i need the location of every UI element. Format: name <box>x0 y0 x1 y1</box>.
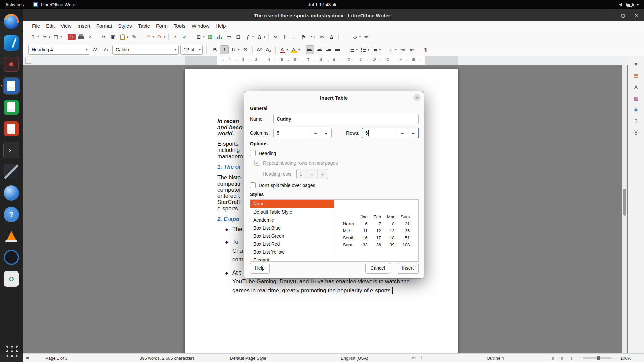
font-color-button[interactable]: A <box>278 45 287 54</box>
highlight-color-button[interactable]: A <box>289 45 298 54</box>
print-button[interactable] <box>76 33 85 41</box>
insert-mode-icon[interactable]: I <box>421 356 422 360</box>
menu-tools[interactable]: Tools <box>171 21 189 31</box>
redo-button-dropdown[interactable]: ▾ <box>164 35 166 39</box>
unordered-list-button-dropdown[interactable]: ▾ <box>356 48 358 51</box>
text-language[interactable]: English (USA) <box>341 356 368 361</box>
word-count[interactable]: 395 words, 2,685 characters <box>140 356 195 361</box>
justify-button[interactable] <box>334 45 342 54</box>
menu-window[interactable]: Window <box>189 21 212 31</box>
font-color-button-dropdown[interactable]: ▾ <box>287 48 288 51</box>
style-option-academic[interactable]: Academic <box>250 216 334 224</box>
dock-item-media-app[interactable] <box>3 163 20 180</box>
increase-indent-button[interactable]: ⇥ <box>398 45 407 54</box>
sidebar-settings-icon[interactable]: ≡ <box>631 59 641 69</box>
zoom-level[interactable]: 100% <box>620 356 631 361</box>
ordered-list-button-dropdown[interactable]: ▾ <box>368 48 369 51</box>
paragraph-style-dropdown-icon[interactable]: ▾ <box>84 48 90 51</box>
undo-button-dropdown[interactable]: ▾ <box>152 35 154 39</box>
copy-button[interactable]: ▣ <box>109 33 118 41</box>
undo-button[interactable]: ↶ <box>144 33 152 41</box>
line-spacing-button-dropdown[interactable]: ▾ <box>395 48 397 51</box>
insert-bookmark-button[interactable]: ⚑ <box>299 33 308 41</box>
style-option-none[interactable]: None <box>250 200 334 208</box>
zoom-slider[interactable] <box>583 358 612 359</box>
show-applications-button[interactable] <box>4 343 19 358</box>
font-size-select[interactable]: 12 pt ▾ <box>180 45 203 55</box>
insert-chart-button[interactable] <box>215 33 224 41</box>
dialog-header[interactable]: Insert Table ✕ <box>244 91 424 104</box>
dont-split-checkbox[interactable] <box>250 182 256 188</box>
insert-image-button[interactable]: ▦ <box>206 33 215 41</box>
paste-button-dropdown[interactable]: ▾ <box>127 35 129 39</box>
table-name-input[interactable]: Cuddy <box>273 114 419 124</box>
book-view-icon[interactable]: ◫ <box>570 356 573 360</box>
highlight-color-button-dropdown[interactable]: ▾ <box>298 48 300 51</box>
menu-styles[interactable]: Styles <box>115 21 135 31</box>
columns-spinner[interactable]: 5 − + <box>273 128 332 138</box>
activities-button[interactable]: Activities <box>5 2 24 7</box>
multi-page-view-icon[interactable]: ▯▯ <box>559 356 563 360</box>
style-option-default-table-style[interactable]: Default Table Style <box>250 208 334 216</box>
unordered-list-button[interactable] <box>347 45 356 54</box>
minimize-button[interactable]: – <box>605 11 614 20</box>
cut-button[interactable]: ✂ <box>100 33 108 41</box>
style-option-box-list-blue[interactable]: Box List Blue <box>250 224 334 232</box>
horizontal-ruler[interactable]: L 123456789101112131415 <box>0 56 644 65</box>
paste-button[interactable] <box>118 33 127 41</box>
print-preview-button[interactable]: ⌕ <box>86 33 95 41</box>
insert-field-button-dropdown[interactable]: ▾ <box>252 35 254 39</box>
rows-decrement-button[interactable]: − <box>397 128 408 138</box>
formatting-marks-button[interactable]: ¶ <box>421 45 430 54</box>
page-icon[interactable]: ▯ <box>631 116 641 126</box>
underline-button-dropdown[interactable]: ▾ <box>238 48 240 51</box>
columns-decrement-button[interactable]: − <box>310 128 321 138</box>
dock-item-blue-app[interactable] <box>3 184 20 202</box>
zoom-in-button[interactable]: + <box>614 356 616 361</box>
decrease-indent-button[interactable]: ⇤ <box>408 45 416 54</box>
focused-app-menu[interactable]: LibreOffice Writer <box>33 2 77 7</box>
export-pdf-button[interactable]: PDF <box>68 34 76 40</box>
align-right-button[interactable] <box>324 45 333 54</box>
style-option-box-list-red[interactable]: Box List Red <box>250 240 334 248</box>
horizontal-line-button[interactable]: ─ <box>341 33 350 41</box>
find-replace-button[interactable]: ⌕ <box>171 33 180 41</box>
vertical-scrollbar[interactable] <box>622 65 627 353</box>
menu-help[interactable]: Help <box>212 21 229 31</box>
basic-shapes-button-dropdown[interactable]: ▾ <box>359 35 361 39</box>
table-styles-list[interactable]: NoneDefault Table StyleAcademicBox List … <box>250 199 334 262</box>
italic-button[interactable]: I <box>220 45 229 54</box>
style-option-box-list-yellow[interactable]: Box List Yellow <box>250 248 334 256</box>
underline-button[interactable]: U <box>229 45 238 54</box>
zoom-out-button[interactable]: − <box>578 356 581 361</box>
line-spacing-button[interactable]: ↕ <box>386 45 395 54</box>
new-style-button[interactable]: A+ <box>102 46 110 54</box>
open-file-button[interactable]: ▱ <box>40 33 49 41</box>
spell-check-button[interactable]: ✓ <box>180 33 189 41</box>
single-page-view-icon[interactable]: ▯ <box>552 356 554 360</box>
dock-item-dark-circle-app[interactable] <box>3 249 20 266</box>
gallery-icon[interactable]: ▨ <box>631 93 641 103</box>
insert-special-character-button-dropdown[interactable]: ▾ <box>264 35 265 39</box>
insert-hyperlink-button[interactable]: ∞ <box>271 33 280 41</box>
new-document-button[interactable]: ▯ <box>29 33 37 41</box>
superscript-button[interactable]: A² <box>255 45 264 54</box>
styles-icon[interactable]: A <box>631 82 641 92</box>
columns-increment-button[interactable]: + <box>321 128 331 138</box>
menu-format[interactable]: Format <box>93 21 115 31</box>
insert-table-button[interactable]: ⊞ <box>194 33 203 41</box>
subscript-button[interactable]: A₂ <box>264 45 273 54</box>
font-size-dropdown-icon[interactable]: ▾ <box>197 48 202 51</box>
system-tray[interactable]: ▾ <box>619 3 644 7</box>
status-sidebar-icon[interactable]: ▤ <box>25 356 29 360</box>
menu-insert[interactable]: Insert <box>74 21 93 31</box>
zoom-slider-thumb[interactable] <box>597 356 600 360</box>
insert-button[interactable]: Insert <box>397 263 419 274</box>
style-option-box-list-green[interactable]: Box List Green <box>250 232 334 240</box>
menu-table[interactable]: Table <box>135 21 153 31</box>
page-count[interactable]: Page 1 of 3 <box>45 356 68 361</box>
align-center-button[interactable] <box>315 45 324 54</box>
style-option-elegant[interactable]: Elegant <box>250 256 334 262</box>
heading-checkbox[interactable] <box>250 150 256 156</box>
menu-view[interactable]: View <box>58 21 74 31</box>
